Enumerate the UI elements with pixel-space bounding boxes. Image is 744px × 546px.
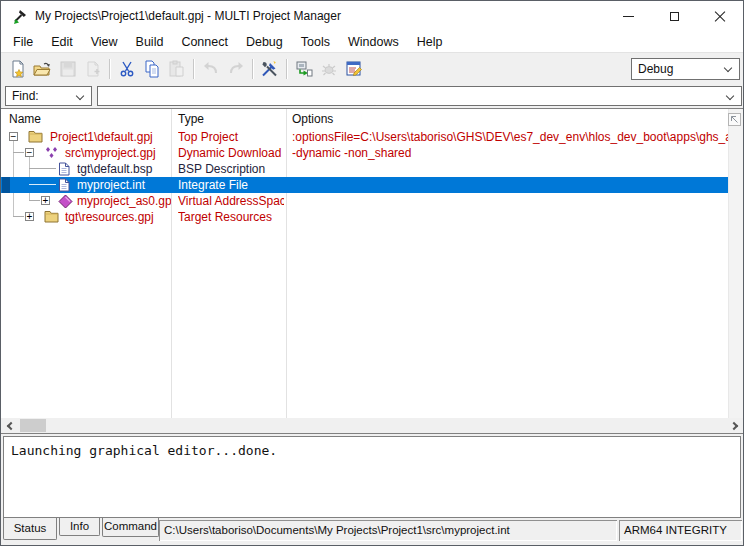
menu-debug[interactable]: Debug <box>237 33 292 51</box>
tree-row-src-myproject.gpj[interactable]: −src\myproject.gpjDynamic Download-dynam… <box>1 145 728 161</box>
window-title: My Projects\Project1\default.gpj - MULTI… <box>35 9 341 23</box>
menu-connect[interactable]: Connect <box>172 33 237 51</box>
toolbar-separator <box>193 59 194 79</box>
column-header-name[interactable]: Name <box>9 112 41 126</box>
build-config-value: Debug <box>638 62 673 76</box>
status-target: ARM64 INTEGRITY <box>619 520 742 541</box>
item-name: src\myproject.gpj <box>65 145 171 161</box>
build-button[interactable] <box>257 57 282 81</box>
menu-edit[interactable]: Edit <box>42 33 82 51</box>
chevron-left-icon <box>6 421 14 429</box>
toolbar-separator <box>109 59 110 79</box>
tree-row-project1-default.gpj[interactable]: −Project1\default.gpjTop Project:options… <box>1 129 728 145</box>
item-name: tgt\resources.gpj <box>65 209 171 225</box>
page-plus-icon <box>84 60 102 78</box>
tab-status[interactable]: Status <box>3 518 57 540</box>
chevron-down-icon <box>726 92 734 100</box>
output-console[interactable]: Launching graphical editor...done. <box>3 436 741 518</box>
tab-info[interactable]: Info <box>59 518 100 536</box>
chevron-down-icon <box>76 92 84 100</box>
new-file-button[interactable] <box>5 57 30 81</box>
item-name: myproject_as0.gpj <box>77 193 171 209</box>
tree-connector-line <box>13 216 24 217</box>
connect-button[interactable] <box>291 57 316 81</box>
tab-command[interactable]: Command <box>102 518 159 537</box>
collapse-toggle-icon[interactable]: − <box>25 148 34 157</box>
minimize-button[interactable] <box>605 1 651 32</box>
launch-editor-button[interactable] <box>341 57 366 81</box>
item-name: tgt\default.bsp <box>77 161 171 177</box>
horizontal-scrollbar[interactable] <box>1 418 743 433</box>
tree-right-gutter <box>728 109 743 418</box>
tree-row-myproject.int[interactable]: myproject.intIntegrate File <box>1 177 728 193</box>
open-folder-icon <box>33 60 52 78</box>
connect-icon <box>295 60 313 78</box>
bug-icon <box>320 60 338 78</box>
redo-button <box>223 57 248 81</box>
expand-toggle-icon[interactable]: + <box>25 212 34 221</box>
new-file-icon <box>9 60 27 78</box>
find-field-wrap <box>97 86 742 106</box>
chevron-right-icon <box>729 421 737 429</box>
arrow-up-left-icon <box>730 115 739 124</box>
save-add-button <box>80 57 105 81</box>
scrollbar-thumb[interactable] <box>20 419 46 432</box>
cut-button[interactable] <box>114 57 139 81</box>
open-project-button[interactable] <box>30 57 55 81</box>
item-type: Virtual AddressSpace <box>178 193 284 209</box>
build-config-select[interactable]: Debug <box>631 58 740 80</box>
expand-toggle-icon[interactable]: + <box>41 196 50 205</box>
paste-button <box>164 57 189 81</box>
copy-icon <box>143 60 161 78</box>
find-input[interactable] <box>100 88 720 104</box>
title-bar: My Projects\Project1\default.gpj - MULTI… <box>1 1 743 32</box>
selection-band <box>2 177 10 193</box>
undo-icon <box>202 60 220 78</box>
tree-connector-line <box>29 184 56 185</box>
debug-button <box>316 57 341 81</box>
chevron-down-icon <box>724 64 732 72</box>
item-type: Dynamic Download <box>178 145 284 161</box>
status-file-path: C:\Users\taboriso\Documents\My Projects\… <box>159 520 617 541</box>
menu-bar: FileEditViewBuildConnectDebugToolsWindow… <box>1 32 743 53</box>
column-header-options[interactable]: Options <box>292 112 333 126</box>
menu-file[interactable]: File <box>4 33 42 51</box>
tree-connector-line <box>29 168 56 169</box>
redo-icon <box>227 60 245 78</box>
scroll-right-button[interactable] <box>727 418 743 433</box>
maximize-icon <box>670 12 679 21</box>
editor-icon <box>345 60 363 78</box>
menu-windows[interactable]: Windows <box>339 33 408 51</box>
undo-button <box>198 57 223 81</box>
tree-connector-line <box>29 200 40 201</box>
collapse-tree-button[interactable] <box>728 113 741 126</box>
find-bar: Find: <box>1 84 743 108</box>
menu-help[interactable]: Help <box>408 33 452 51</box>
collapse-toggle-icon[interactable]: − <box>9 132 18 141</box>
multi-project-manager-window: My Projects\Project1\default.gpj - MULTI… <box>0 0 744 546</box>
item-type: BSP Description <box>178 161 284 177</box>
close-button[interactable] <box>697 1 743 32</box>
copy-button[interactable] <box>139 57 164 81</box>
find-label: Find: <box>12 89 39 103</box>
item-name: myproject.int <box>77 177 171 193</box>
tree-connector-line <box>13 152 24 153</box>
menu-build[interactable]: Build <box>127 33 173 51</box>
menu-view[interactable]: View <box>82 33 127 51</box>
menu-tools[interactable]: Tools <box>292 33 339 51</box>
footer-bar: C:\Users\taboriso\Documents\My Projects\… <box>1 518 743 545</box>
project-tree-panel: NameTypeOptions−Project1\default.gpjTop … <box>1 108 743 434</box>
item-name: Project1\default.gpj <box>50 129 171 145</box>
scroll-left-button[interactable] <box>1 418 17 433</box>
maximize-button[interactable] <box>651 1 697 32</box>
find-mode-select[interactable]: Find: <box>5 86 92 106</box>
column-header-type[interactable]: Type <box>178 112 204 126</box>
tree-row-tgt-default.bsp[interactable]: tgt\default.bspBSP Description <box>1 161 728 177</box>
build-tools-icon <box>260 60 279 78</box>
minimize-icon <box>623 16 634 17</box>
paste-icon <box>168 60 186 78</box>
toolbar: Debug <box>1 54 743 84</box>
tree-row-tgt-resources.gpj[interactable]: +tgt\resources.gpjTarget Resources <box>1 209 728 225</box>
tree-row-myproject-as0.gpj[interactable]: +myproject_as0.gpjVirtual AddressSpace <box>1 193 728 209</box>
item-type: Top Project <box>178 129 284 145</box>
